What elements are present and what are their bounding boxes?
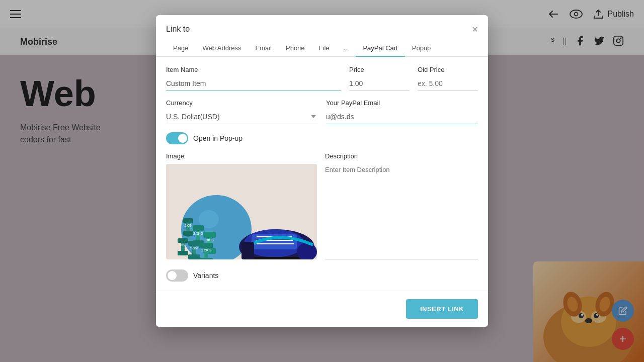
svg-rect-43 <box>199 258 213 259</box>
tab-paypal-cart[interactable]: PayPal Cart <box>356 40 405 57</box>
description-label: Description <box>325 152 478 160</box>
svg-rect-42 <box>199 243 213 248</box>
svg-rect-23 <box>183 231 193 236</box>
tab-phone[interactable]: Phone <box>279 40 312 57</box>
close-button[interactable]: × <box>472 24 478 34</box>
svg-text:2.5KG: 2.5KG <box>190 247 198 250</box>
description-textarea[interactable] <box>325 164 478 259</box>
svg-rect-30 <box>203 232 216 238</box>
currency-label: Currency <box>166 99 318 107</box>
tab-web-address[interactable]: Web Address <box>195 40 248 57</box>
svg-rect-34 <box>178 238 188 243</box>
item-name-label: Item Name <box>166 66 341 73</box>
tab-more[interactable]: ... <box>337 40 356 57</box>
modal-title: Link to <box>166 25 190 34</box>
svg-text:2.5KG: 2.5KG <box>193 232 203 235</box>
tab-bar: Page Web Address Email Phone File ... Pa… <box>156 40 488 57</box>
paypal-email-input[interactable] <box>326 110 478 124</box>
tab-page[interactable]: Page <box>166 40 195 57</box>
image-section: Image <box>166 152 317 261</box>
insert-link-button[interactable]: INSERT LINK <box>406 299 478 319</box>
svg-text:2KG: 2KG <box>185 224 192 227</box>
tab-popup[interactable]: Popup <box>405 40 438 57</box>
description-section: Description <box>325 152 478 261</box>
tab-file[interactable]: File <box>312 40 337 57</box>
open-popup-label: Open in Pop-up <box>193 134 243 142</box>
svg-text:3KG: 3KG <box>180 243 186 246</box>
item-name-group: Item Name <box>166 66 341 91</box>
form-row-2: Currency U.S. Dollar(USD) Euro(EUR) Brit… <box>166 99 478 124</box>
variants-slider <box>166 269 188 282</box>
svg-rect-35 <box>178 251 188 255</box>
old-price-label: Old Price <box>418 66 478 73</box>
link-modal: Link to × Page Web Address Email Phone F… <box>156 15 488 327</box>
old-price-input[interactable] <box>418 76 478 91</box>
variants-label: Variants <box>193 272 218 280</box>
variants-toggle[interactable] <box>166 269 188 282</box>
tab-email[interactable]: Email <box>248 40 279 57</box>
paypal-email-group: Your PayPal Email <box>326 99 478 124</box>
price-label: Price <box>349 66 410 73</box>
toggle-slider <box>166 132 188 144</box>
currency-group: Currency U.S. Dollar(USD) Euro(EUR) Brit… <box>166 99 318 124</box>
svg-rect-26 <box>193 225 204 231</box>
svg-text:3KG: 3KG <box>206 238 214 242</box>
svg-text:2.5KG: 2.5KG <box>201 248 211 252</box>
image-preview[interactable]: 2KG 2.5KG 3KG <box>166 164 317 259</box>
price-group: Price <box>349 66 410 91</box>
svg-rect-22 <box>183 218 193 223</box>
price-input[interactable] <box>349 76 410 91</box>
svg-rect-39 <box>188 254 200 259</box>
form-row-1: Item Name Price Old Price <box>166 66 478 91</box>
modal-footer: INSERT LINK <box>156 291 488 327</box>
variants-row: Variants <box>166 269 478 282</box>
open-popup-toggle[interactable] <box>166 132 188 144</box>
svg-rect-53 <box>242 242 254 259</box>
item-name-input[interactable] <box>166 76 341 91</box>
paypal-email-label: Your PayPal Email <box>326 99 478 107</box>
open-popup-row: Open in Pop-up <box>166 132 478 144</box>
svg-rect-38 <box>188 241 200 246</box>
currency-select[interactable]: U.S. Dollar(USD) Euro(EUR) British Pound… <box>166 110 318 124</box>
old-price-group: Old Price <box>418 66 478 91</box>
image-label: Image <box>166 152 317 160</box>
modal-body: Item Name Price Old Price Currency U.S. … <box>156 57 488 291</box>
content-row: Image <box>166 152 478 261</box>
modal-header: Link to × <box>156 15 488 34</box>
